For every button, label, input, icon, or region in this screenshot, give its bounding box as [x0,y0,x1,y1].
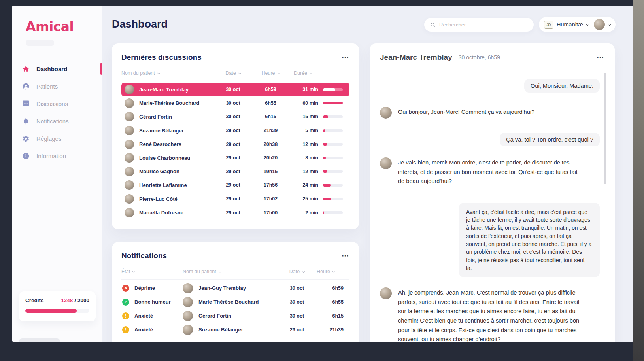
notification-heure: 6h59 [314,285,346,291]
table-row[interactable]: Jean-Marc Tremblay 30 oct 6h59 31 min [121,83,349,96]
sort-chevron-icon [310,71,312,74]
ellipsis-icon[interactable]: ⋯ [597,55,604,59]
page-title: Dashboard [112,18,168,30]
discussion-duree: 15 min [291,114,323,119]
ellipsis-icon[interactable]: ⋯ [342,254,349,258]
list-item[interactable]: ✓Bonne humeur Marie-Thérèse Bouchard 30 … [121,295,349,309]
table-row[interactable]: Marie-Thérèse Bouchard 30 oct 6h55 60 mi… [121,96,349,110]
search-input[interactable] [439,22,518,28]
patient-avatar [125,167,134,176]
assistant-avatar [380,287,392,299]
ellipsis-icon[interactable]: ⋯ [342,55,349,59]
org-selector-label: Humanitæ [557,21,583,28]
patient-message-bubble: Oui, Monsieur, Madame. [524,79,600,93]
table-row[interactable]: René Desrochers 29 oct 20h38 12 min [121,137,349,151]
chevron-down-icon[interactable] [585,22,589,26]
sidebar-item-information[interactable]: Information [12,147,102,164]
patient-avatar [183,325,193,335]
status-label: Anxiété [134,313,153,319]
assistant-message: Ah, je comprends, Jean-Marc. C'est norma… [380,288,604,342]
discussions-card: Dernières discussions ⋯ Nom du patient D… [112,43,359,229]
patient-avatar [125,153,134,163]
bell-icon [22,117,30,125]
patient-avatar [125,180,134,190]
sidebar-item-label: Discussions [36,100,68,107]
patient-name: Suzanne Bélanger [198,327,243,333]
gear-icon [22,135,30,142]
discussion-heure: 19h15 [250,169,291,174]
patient-avatar [183,297,193,307]
assistant-avatar [380,107,392,119]
patient-name: Gérard Fortin [198,313,231,319]
table-row[interactable]: Louise Charbonneau 29 oct 20h20 8 min [121,151,349,165]
chevron-down-icon[interactable] [607,22,611,26]
sidebar-item-patients[interactable]: Patients [12,77,102,95]
column-header-name[interactable]: Nom du patient [183,269,280,274]
patient-name: Suzanne Bélanger [139,128,184,134]
discussion-date: 29 oct [216,155,250,161]
chat-icon [22,100,30,108]
notification-heure: 6h55 [314,299,346,305]
discussion-duree: 5 min [291,128,323,133]
table-row[interactable]: Henriette Laflamme 29 oct 17h56 24 min [121,178,349,192]
column-header-date[interactable]: Date [216,70,250,76]
discussion-date: 30 oct [216,100,250,106]
sidebar: Amical Dashboard Patients [12,6,102,342]
patient-avatar [125,98,134,108]
notifications-card: Notifications ⋯ État Nom du patient Date… [112,242,359,342]
column-header-duree[interactable]: Durée [291,70,323,76]
list-item[interactable]: !Anxiété Gérard Fortin 30 oct 6h15 [121,309,349,323]
sidebar-item-dashboard[interactable]: Dashboard [12,60,102,77]
duration-bar [323,88,343,91]
sidebar-item-label: Patients [36,83,58,90]
assistant-message-text: Oui bonjour, Jean-Marc! Comment ça va au… [398,108,534,119]
discussions-title: Dernières discussions [121,53,202,62]
duration-bar [323,211,343,214]
sidebar-nav: Dashboard Patients Discussions [12,60,102,164]
notification-date: 30 oct [280,299,314,305]
discussions-column-headers: Nom du patient Date Heure Durée [121,70,349,81]
discussion-heure: 20h38 [250,142,291,147]
table-row[interactable]: Suzanne Bélanger 29 oct 21h39 5 min [121,124,349,138]
sidebar-item-notifications[interactable]: Notifications [12,112,102,130]
discussion-duree: 60 min [291,100,323,106]
table-row[interactable]: Pierre-Luc Côté 29 oct 17h02 25 min [121,192,349,206]
table-row[interactable]: Marcella Dufresne 29 oct 17h00 2 min [121,206,349,219]
column-header-heure[interactable]: Heure [314,269,346,274]
patient-avatar [125,140,134,149]
column-header-heure[interactable]: Heure [250,70,291,76]
sidebar-item-reglages[interactable]: Réglages [12,130,102,147]
warning-circle-icon: ! [122,312,129,319]
sidebar-item-discussions[interactable]: Discussions [12,95,102,112]
list-item[interactable]: ✕Déprime Jean-Guy Tremblay 30 oct 6h59 [121,281,349,295]
patient-avatar [125,126,134,135]
patient-name: René Desrochers [139,141,181,147]
user-avatar[interactable] [594,19,605,30]
notifications-rows: ✕Déprime Jean-Guy Tremblay 30 oct 6h59 ✓… [121,281,349,336]
screenshot-canvas: Amical Dashboard Patients [0,0,644,361]
search-bar[interactable] [424,18,534,32]
credits-progress-fill [25,309,77,313]
user-icon [22,83,30,90]
list-item[interactable]: !Anxiété Suzanne Bélanger 29 oct 21h39 [121,323,349,336]
discussion-duree: 24 min [291,182,323,188]
org-selector[interactable]: æ Humanitæ [539,17,616,32]
discussion-date: 29 oct [216,210,250,215]
column-header-date[interactable]: Date [280,269,314,274]
chat-scrollbar[interactable] [604,73,606,184]
table-row[interactable]: Gérard Fortin 30 oct 6h15 15 min [121,110,349,124]
patient-name: Marie-Thérèse Bouchard [139,100,199,106]
chat-patient-name: Jean-Marc Tremblay [380,53,452,62]
notification-heure: 6h15 [314,313,346,319]
table-row[interactable]: Maurice Gagnon 29 oct 19h15 12 min [121,165,349,179]
discussion-date: 29 oct [216,142,250,147]
column-header-etat[interactable]: État [121,269,183,274]
column-header-name[interactable]: Nom du patient [121,70,216,76]
sidebar-item-label: Réglages [36,135,61,142]
patient-message-bubble: Ça va, toi ? Ton ordre, c'est quoi ? [500,133,600,146]
sort-chevron-icon [238,71,241,74]
home-icon [22,65,30,73]
discussion-heure: 17h02 [250,196,291,202]
patient-avatar [183,283,193,293]
duration-bar [323,115,343,118]
